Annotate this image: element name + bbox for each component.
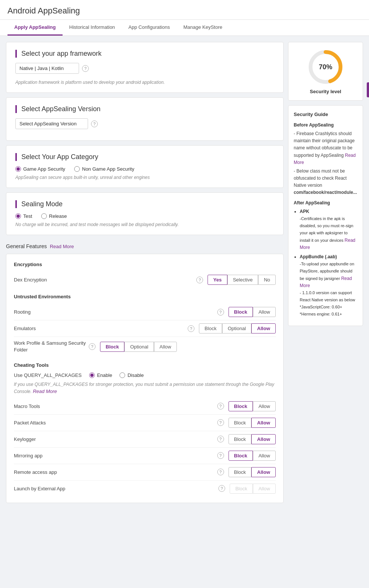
remote-access-row: Remote access app ? Block Allow bbox=[14, 464, 276, 481]
guide-class-name: com/facebook/react/module... bbox=[294, 190, 357, 195]
version-card: Select AppSealing Version Select AppSeal… bbox=[6, 97, 284, 141]
help-icon-remote[interactable]: ? bbox=[217, 469, 224, 475]
macro-block-button[interactable]: Block bbox=[229, 401, 253, 411]
help-icon-rooting[interactable]: ? bbox=[217, 309, 224, 316]
tab-apply-appsealing[interactable]: Apply AppSealing bbox=[7, 20, 63, 36]
emulators-row: Emulators ? Block Optional Allow bbox=[14, 320, 276, 337]
help-icon-version[interactable]: ? bbox=[91, 121, 98, 127]
encryptions-section: Encryptions Dex Encryption ? Yes Selecti… bbox=[14, 262, 276, 288]
guide-before-text-2: - Below class must not be obfuscated to … bbox=[294, 168, 357, 196]
query-all-packages-name: Use QUERY_ALL_PACKAGES bbox=[14, 372, 82, 378]
work-profile-optional-button[interactable]: Optional bbox=[124, 342, 154, 352]
query-all-packages-row: Use QUERY_ALL_PACKAGES Enable Disable bbox=[14, 372, 276, 395]
launch-external-name: Launch by External App bbox=[14, 486, 218, 491]
category-help-text: AppSealing can secure apps built-in unit… bbox=[15, 175, 274, 180]
emulators-block-button[interactable]: Block bbox=[199, 323, 222, 333]
help-icon-launch-external[interactable]: ? bbox=[218, 485, 225, 492]
tab-historical-information[interactable]: Historical Information bbox=[63, 20, 122, 36]
mirroring-app-name: Mirroring app bbox=[14, 453, 217, 458]
dex-no-button[interactable]: No bbox=[258, 275, 276, 285]
rooting-name: Rooting bbox=[14, 309, 217, 315]
tab-manage-keystore[interactable]: Manage KeyStore bbox=[176, 20, 229, 36]
help-icon-keylogger[interactable]: ? bbox=[217, 436, 224, 442]
query-note: If you use QUERY_ALL_PACKAGES for strong… bbox=[14, 381, 276, 395]
framework-select[interactable]: Native | Java | Kotlin React Native Flut… bbox=[15, 63, 79, 74]
cheating-tools-label: Cheating Tools bbox=[14, 362, 276, 368]
keylogger-row: Keylogger ? Block Allow bbox=[14, 431, 276, 448]
untrusted-label: Untrusted Environments bbox=[14, 294, 276, 299]
mirroring-block-button[interactable]: Block bbox=[229, 451, 253, 461]
tab-app-configurations[interactable]: App Configurations bbox=[122, 20, 177, 36]
help-icon-framework[interactable]: ? bbox=[82, 65, 89, 72]
guide-before-text-1: - Firebase Crashlytics should maintain t… bbox=[294, 130, 357, 166]
untrusted-section: Untrusted Environments Rooting ? Block A… bbox=[14, 294, 276, 356]
query-read-more[interactable]: Read More bbox=[33, 389, 57, 394]
help-icon-work-profile[interactable]: ? bbox=[89, 343, 96, 350]
dex-selective-button[interactable]: Selective bbox=[227, 275, 258, 285]
keylogger-allow-button[interactable]: Allow bbox=[251, 434, 276, 444]
guide-after-aab: AppBundle (.aab) -To upload your appbund… bbox=[300, 253, 357, 318]
features-card: Encryptions Dex Encryption ? Yes Selecti… bbox=[6, 254, 284, 503]
work-profile-name: Work Profile & Samsung Security Folder bbox=[14, 340, 89, 353]
framework-card: Select your app framework Native | Java … bbox=[6, 42, 284, 93]
launch-external-buttons: Block Allow bbox=[230, 484, 276, 494]
emulators-buttons: Block Optional Allow bbox=[199, 323, 276, 333]
general-features-read-more[interactable]: Read More bbox=[50, 244, 74, 249]
help-icon-packet[interactable]: ? bbox=[217, 419, 224, 426]
macro-tools-row: Macro Tools ? Block Allow bbox=[14, 398, 276, 415]
help-icon-emulators[interactable]: ? bbox=[188, 325, 194, 332]
query-disable-radio[interactable]: Disable bbox=[120, 372, 143, 378]
packet-block-button[interactable]: Block bbox=[229, 418, 252, 428]
donut-percent: 70% bbox=[319, 63, 332, 71]
cheating-tools-section: Cheating Tools Use QUERY_ALL_PACKAGES En… bbox=[14, 362, 276, 497]
security-card: 70% Security level bbox=[288, 42, 363, 101]
remote-allow-button[interactable]: Allow bbox=[251, 467, 276, 477]
mirroring-allow-button[interactable]: Allow bbox=[253, 451, 276, 461]
work-profile-block-button[interactable]: Block bbox=[100, 342, 124, 352]
macro-tools-name: Macro Tools bbox=[14, 403, 217, 409]
version-title: Select AppSealing Version bbox=[21, 105, 100, 113]
work-profile-row: Work Profile & Samsung Security Folder ?… bbox=[14, 337, 276, 356]
rooting-row: Rooting ? Block Allow bbox=[14, 304, 276, 320]
category-nongame-radio[interactable]: Non Game App Security bbox=[74, 166, 134, 172]
rooting-block-button[interactable]: Block bbox=[229, 307, 253, 317]
macro-allow-button[interactable]: Allow bbox=[253, 401, 276, 411]
keylogger-buttons: Block Allow bbox=[229, 434, 276, 444]
dex-yes-button[interactable]: Yes bbox=[208, 275, 227, 285]
tabs-bar: Apply AppSealing Historical Information … bbox=[0, 20, 369, 36]
dex-encryption-name: Dex Encryption bbox=[14, 277, 196, 283]
packet-attacks-name: Packet Attacks bbox=[14, 420, 217, 426]
sealing-mode-test-radio[interactable]: Test bbox=[15, 213, 32, 219]
help-icon-mirroring[interactable]: ? bbox=[217, 452, 224, 459]
emulators-name: Emulators bbox=[14, 326, 188, 331]
guide-before-subtitle: Before AppSealing bbox=[294, 122, 357, 129]
query-enable-radio[interactable]: Enable bbox=[89, 372, 112, 378]
sealing-mode-card: Sealing Mode Test Release No charge will… bbox=[6, 192, 284, 235]
help-icon-macro[interactable]: ? bbox=[217, 403, 224, 409]
work-profile-buttons: Block Optional Allow bbox=[100, 342, 177, 352]
rooting-buttons: Block Allow bbox=[229, 307, 276, 317]
remote-block-button[interactable]: Block bbox=[229, 467, 252, 477]
help-icon-dex[interactable]: ? bbox=[196, 277, 203, 283]
rooting-allow-button[interactable]: Allow bbox=[253, 307, 276, 317]
security-level-label: Security level bbox=[310, 89, 341, 94]
packet-allow-button[interactable]: Allow bbox=[251, 418, 276, 428]
guide-before-read-more-1[interactable]: Read More bbox=[294, 153, 356, 165]
version-select[interactable]: Select AppSealing Version bbox=[15, 118, 88, 129]
page-title: Android AppSealing bbox=[0, 0, 369, 20]
mirroring-app-buttons: Block Allow bbox=[229, 451, 276, 461]
purple-side-indicator bbox=[367, 82, 369, 97]
category-card: Select Your App Category Game App Securi… bbox=[6, 145, 284, 188]
sealing-mode-release-radio[interactable]: Release bbox=[41, 213, 67, 219]
work-profile-allow-button[interactable]: Allow bbox=[154, 342, 177, 352]
keylogger-block-button[interactable]: Block bbox=[229, 434, 252, 444]
keylogger-name: Keylogger bbox=[14, 436, 217, 442]
left-panel: Select your app framework Native | Java … bbox=[6, 42, 284, 503]
emulators-optional-button[interactable]: Optional bbox=[222, 323, 251, 333]
emulators-allow-button[interactable]: Allow bbox=[251, 323, 276, 333]
macro-tools-buttons: Block Allow bbox=[229, 401, 276, 411]
guide-after-subtitle: After AppSealing bbox=[294, 199, 357, 207]
category-game-radio[interactable]: Game App Security bbox=[15, 166, 65, 172]
security-guide-card: Security Guide Before AppSealing - Fireb… bbox=[288, 105, 363, 326]
packet-attacks-buttons: Block Allow bbox=[229, 418, 276, 428]
